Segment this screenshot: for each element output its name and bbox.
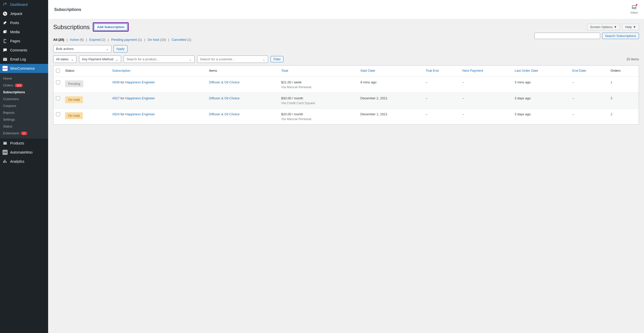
col-subscription[interactable]: Subscription (110, 66, 206, 77)
sidebar-item-emaillog[interactable]: Email Log (0, 55, 48, 64)
end-date: – (570, 92, 608, 108)
dates-select[interactable]: All dates⌄ (53, 56, 77, 63)
customer-link[interactable]: Happiness Engineer (125, 80, 155, 84)
extensions-badge: 11 (21, 132, 27, 135)
sidebar-sub-extensions[interactable]: Extensions11 (0, 130, 48, 137)
customer-link[interactable]: Happiness Engineer (125, 96, 155, 100)
automatewoo-icon: AW (3, 150, 8, 155)
subscription-id-link[interactable]: #939 (112, 80, 120, 84)
topbar: Subscriptions Inbox (48, 0, 644, 19)
col-status[interactable]: Status (63, 66, 110, 77)
filter-all[interactable]: All (20) (53, 38, 64, 42)
inbox-icon (631, 5, 637, 11)
filter-active[interactable]: Active (6) (70, 38, 84, 42)
orders-link[interactable]: 1 (611, 80, 612, 84)
col-orders[interactable]: Orders (608, 66, 639, 77)
status-badge: On hold (65, 112, 83, 119)
subscription-id-link[interactable]: #927 (112, 96, 120, 100)
sidebar-item-automatewoo[interactable]: AW AutomateWoo (0, 148, 48, 157)
row-checkbox[interactable] (56, 96, 60, 100)
filter-cancelled[interactable]: Cancelled (1) (172, 38, 191, 42)
main-area: Subscriptions Inbox Subscriptions Add Su… (48, 0, 644, 333)
item-link[interactable]: Diffuser & Oil Choice (209, 96, 239, 100)
status-badge: Pending (65, 80, 83, 87)
sidebar-item-woocommerce[interactable]: woo WooCommerce (0, 64, 48, 73)
products-icon (3, 141, 8, 146)
sidebar-item-products[interactable]: Products (0, 139, 48, 148)
orders-badge: 153 (15, 84, 23, 87)
customer-search-combo[interactable]: Search for a customer…⌄ (197, 56, 268, 63)
topbar-title: Subscriptions (54, 7, 81, 12)
gauge-icon (3, 2, 8, 7)
sidebar-sub-reports[interactable]: Reports (0, 109, 48, 116)
sidebar-sub-orders[interactable]: Orders153 (0, 82, 48, 89)
sidebar-item-jetpack[interactable]: Jetpack (0, 9, 48, 18)
search-input[interactable] (534, 33, 600, 39)
sidebar-sub-label: Settings (3, 118, 15, 121)
filter-expired[interactable]: Expired (2) (89, 38, 106, 42)
start-date: 9 mins ago (358, 77, 423, 92)
filter-button[interactable]: Filter (271, 56, 283, 62)
for-text: for (120, 80, 125, 84)
filter-onhold[interactable]: On hold (10) (147, 38, 166, 42)
orders-link[interactable]: 3 (611, 96, 612, 100)
caret-down-icon: ▼ (633, 25, 636, 29)
for-text: for (120, 96, 125, 100)
sidebar-item-posts[interactable]: Posts (0, 18, 48, 27)
sidebar-sub-status[interactable]: Status (0, 123, 48, 130)
status-badge: On hold (65, 96, 83, 103)
col-trial[interactable]: Trial End (423, 66, 460, 77)
status-filter-links: All (20) | Active (6) | Expired (2) | Pe… (53, 38, 191, 42)
add-subscription-button[interactable]: Add Subscription (94, 24, 127, 30)
dates-label: All dates (56, 57, 69, 61)
item-link[interactable]: Diffuser & Oil Choice (209, 112, 239, 116)
subscription-id-link[interactable]: #924 (112, 112, 120, 116)
bulk-actions-select[interactable]: Bulk actions⌄ (53, 45, 111, 52)
inbox-button[interactable]: Inbox (631, 5, 638, 14)
sidebar-item-pages[interactable]: Pages (0, 36, 48, 46)
orders-link[interactable]: 2 (611, 112, 612, 116)
col-end[interactable]: End Date (570, 66, 608, 77)
next-payment: – (460, 108, 512, 124)
apply-button[interactable]: Apply (113, 45, 127, 52)
customer-placeholder: Search for a customer… (200, 57, 236, 61)
sidebar-item-comments[interactable]: Comments (0, 46, 48, 55)
sidebar-item-analytics[interactable]: Analytics (0, 157, 48, 166)
select-all-checkbox[interactable] (56, 69, 60, 73)
end-date: – (570, 77, 608, 92)
col-next[interactable]: Next Payment (460, 66, 512, 77)
sidebar-sub-customers[interactable]: Customers (0, 96, 48, 102)
product-search-combo[interactable]: Search for a product…⌄ (124, 56, 195, 63)
items-count: 20 items (627, 57, 639, 61)
total-via: Via Manual Renewal (281, 85, 355, 89)
col-items[interactable]: Items (206, 66, 279, 77)
col-start[interactable]: Start Date (358, 66, 423, 77)
last-order-date: 3 days ago (512, 108, 570, 124)
filter-pending[interactable]: Pending payment (1) (111, 38, 142, 42)
sidebar-sub-settings[interactable]: Settings (0, 116, 48, 123)
sidebar-item-media[interactable]: Media (0, 27, 48, 36)
customer-link[interactable]: Happiness Engineer (125, 112, 155, 116)
col-total[interactable]: Total (279, 66, 358, 77)
sidebar-sub-subscriptions[interactable]: Subscriptions (0, 89, 48, 96)
sidebar-sub-coupons[interactable]: Coupons (0, 102, 48, 109)
sidebar-item-label: Analytics (10, 159, 24, 163)
search-button[interactable]: Search Subscriptions (602, 33, 639, 39)
admin-sidebar: Dashboard Jetpack Posts Media Pages Comm… (0, 0, 48, 333)
sidebar-item-dashboard[interactable]: Dashboard (0, 0, 48, 9)
sidebar-sub-home[interactable]: Home (0, 75, 48, 82)
total-value: $21.00 / week (281, 80, 302, 84)
payment-method-select[interactable]: Any Payment Method⌄ (79, 56, 121, 63)
help-button[interactable]: Help▼ (622, 24, 639, 30)
row-checkbox[interactable] (56, 112, 60, 116)
sidebar-sub-label: Orders (3, 83, 13, 87)
svg-point-0 (3, 12, 7, 16)
inbox-label: Inbox (631, 11, 638, 14)
screen-options-button[interactable]: Screen Options▼ (587, 24, 620, 30)
notification-dot (636, 4, 637, 6)
row-checkbox[interactable] (56, 80, 60, 84)
col-lastorder[interactable]: Last Order Date (512, 66, 570, 77)
total-value: $20.00 / month (281, 112, 303, 116)
product-placeholder: Search for a product… (126, 57, 160, 61)
item-link[interactable]: Diffuser & Oil Choice (209, 80, 239, 84)
